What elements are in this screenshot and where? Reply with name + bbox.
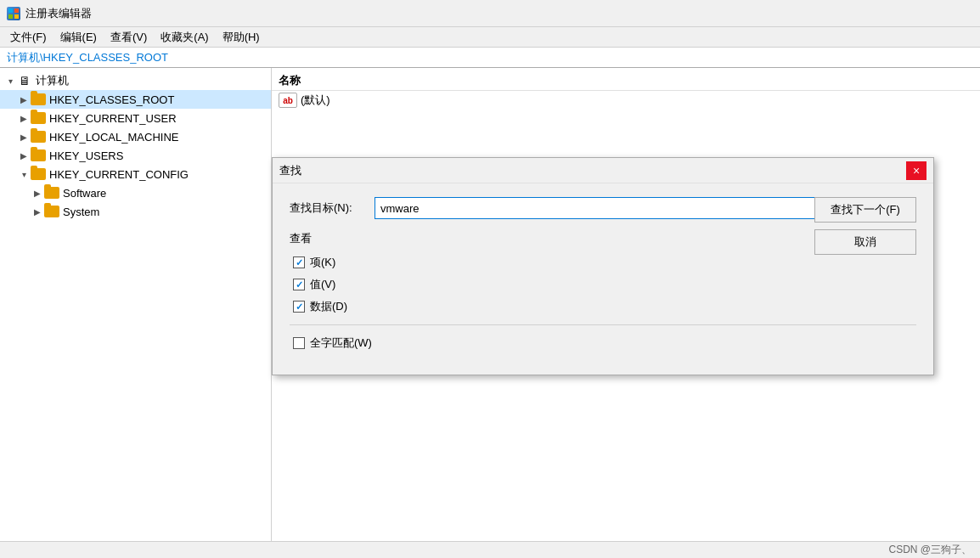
- right-panel-header: 名称: [272, 71, 980, 91]
- tree-label-hkcc: HKEY_CURRENT_CONFIG: [49, 168, 189, 181]
- tree-item-hkey-local-machine[interactable]: ▶ HKEY_LOCAL_MACHINE: [0, 127, 271, 146]
- dialog-close-button[interactable]: ×: [906, 161, 926, 180]
- default-value-row[interactable]: ab (默认): [272, 91, 980, 110]
- title-bar: 注册表编辑器: [0, 0, 980, 27]
- svg-rect-1: [14, 8, 19, 13]
- folder-icon-hkcr: [31, 93, 46, 105]
- folder-icon-hkcc: [31, 168, 46, 180]
- expand-icon-software: ▶: [31, 186, 44, 200]
- dialog-title: 查找: [279, 163, 301, 178]
- checkbox-value-row[interactable]: 值(V): [290, 277, 916, 292]
- tree-label-computer: 计算机: [36, 73, 69, 88]
- checkbox-data-row[interactable]: 数据(D): [290, 299, 916, 314]
- expand-icon-hkcr: ▶: [17, 93, 31, 106]
- folder-icon-hklm: [31, 131, 46, 143]
- expand-icon-computer: ▾: [3, 74, 17, 87]
- expand-icon-hklm: ▶: [17, 130, 31, 144]
- dialog-body: 查找目标(N): 查看 项(K) 值(V) 数据(D): [273, 183, 933, 375]
- computer-icon: 🖥: [17, 75, 32, 87]
- search-label: 查找目标(N):: [290, 200, 375, 216]
- folder-icon-software: [44, 187, 59, 199]
- tree-label-hku: HKEY_USERS: [49, 149, 123, 162]
- checkbox-value[interactable]: [293, 279, 305, 290]
- tree-label-system: System: [63, 206, 99, 218]
- default-value-label: (默认): [301, 93, 330, 108]
- checkbox-key-label: 项(K): [310, 255, 335, 270]
- address-bar: 计算机\HKEY_CLASSES_ROOT: [0, 48, 980, 68]
- folder-icon-hkcu: [31, 112, 46, 124]
- tree-item-system[interactable]: ▶ System: [0, 202, 271, 221]
- cancel-button[interactable]: 取消: [814, 229, 916, 255]
- menu-file[interactable]: 文件(F): [3, 28, 54, 47]
- address-path: 计算机\HKEY_CLASSES_ROOT: [7, 50, 168, 65]
- svg-rect-3: [14, 14, 19, 19]
- expand-icon-hkcu: ▶: [17, 111, 31, 125]
- find-dialog: 查找 × 查找目标(N): 查看 项(K) 值(V): [272, 157, 934, 375]
- menu-edit[interactable]: 编辑(E): [54, 28, 104, 47]
- menu-view[interactable]: 查看(V): [104, 28, 154, 47]
- tree-label-software: Software: [63, 187, 106, 200]
- checkbox-whole-word-row[interactable]: 全字匹配(W): [290, 335, 916, 351]
- tree-label-hkcu: HKEY_CURRENT_USER: [49, 112, 177, 125]
- expand-icon-hkcc: ▾: [17, 167, 31, 181]
- window-title: 注册表编辑器: [25, 6, 92, 21]
- tree-panel: ▾ 🖥 计算机 ▶ HKEY_CLASSES_ROOT ▶ HKEY_CURRE…: [0, 68, 272, 541]
- dialog-buttons: 查找下一个(F) 取消: [814, 197, 916, 255]
- svg-rect-0: [8, 8, 13, 13]
- col-name: 名称: [279, 73, 301, 88]
- expand-icon-hku: ▶: [17, 149, 31, 162]
- menu-help[interactable]: 帮助(H): [216, 28, 267, 47]
- tree-label-hklm: HKEY_LOCAL_MACHINE: [49, 131, 178, 144]
- dialog-title-bar: 查找 ×: [273, 158, 933, 183]
- checkbox-value-label: 值(V): [310, 277, 335, 292]
- checkbox-data[interactable]: [293, 301, 305, 313]
- checkbox-key-row[interactable]: 项(K): [290, 255, 916, 270]
- folder-icon-hku: [31, 149, 46, 161]
- menu-favorites[interactable]: 收藏夹(A): [154, 28, 215, 47]
- find-next-button[interactable]: 查找下一个(F): [814, 197, 916, 223]
- checkbox-whole-word[interactable]: [293, 337, 305, 349]
- expand-icon-system: ▶: [31, 205, 44, 218]
- tree-item-hkey-classes-root[interactable]: ▶ HKEY_CLASSES_ROOT: [0, 90, 271, 109]
- folder-icon-system: [44, 206, 59, 217]
- menu-bar: 文件(F) 编辑(E) 查看(V) 收藏夹(A) 帮助(H): [0, 27, 980, 48]
- checkbox-key[interactable]: [293, 256, 305, 268]
- checkbox-whole-word-label: 全字匹配(W): [310, 335, 372, 351]
- checkbox-data-label: 数据(D): [310, 299, 347, 314]
- tree-item-software[interactable]: ▶ Software: [0, 183, 271, 202]
- tree-item-hkey-users[interactable]: ▶ HKEY_USERS: [0, 146, 271, 165]
- tree-item-hkey-current-user[interactable]: ▶ HKEY_CURRENT_USER: [0, 109, 271, 127]
- dialog-divider: [290, 324, 916, 325]
- tree-item-computer[interactable]: ▾ 🖥 计算机: [0, 71, 271, 90]
- svg-rect-2: [8, 14, 13, 19]
- status-bar: CSDN @三狗子、: [0, 541, 980, 558]
- tree-label-hkcr: HKEY_CLASSES_ROOT: [49, 93, 174, 106]
- tree-item-hkey-current-config[interactable]: ▾ HKEY_CURRENT_CONFIG: [0, 165, 271, 183]
- ab-icon: ab: [279, 93, 297, 108]
- app-icon: [7, 7, 20, 20]
- status-text: CSDN @三狗子、: [888, 543, 972, 557]
